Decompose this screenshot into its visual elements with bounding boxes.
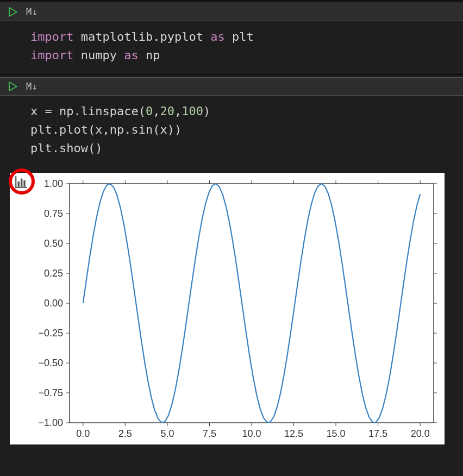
plot-output: −1.00−0.75−0.50−0.250.000.250.500.751.00… (10, 173, 445, 444)
svg-text:17.5: 17.5 (368, 428, 387, 439)
svg-text:−0.75: −0.75 (38, 387, 63, 398)
cell-toolbar: M↓ (0, 3, 463, 21)
svg-text:0.75: 0.75 (44, 208, 63, 219)
svg-text:1.00: 1.00 (44, 178, 63, 189)
svg-text:−0.50: −0.50 (38, 358, 63, 368)
markdown-toggle[interactable]: M↓ (26, 7, 37, 17)
cell-output: −1.00−0.75−0.50−0.250.000.250.500.751.00… (0, 173, 463, 454)
svg-text:0.0: 0.0 (76, 428, 90, 439)
svg-text:2.5: 2.5 (118, 428, 132, 439)
svg-marker-0 (9, 8, 17, 16)
svg-text:0.00: 0.00 (44, 298, 63, 309)
code-editor[interactable]: x = np.linspace(0,20,100) plt.plot(x,np.… (0, 95, 463, 167)
svg-text:15.0: 15.0 (327, 428, 346, 439)
run-cell-button[interactable] (8, 81, 18, 92)
svg-text:5.0: 5.0 (160, 428, 174, 439)
code-editor[interactable]: import matplotlib.pyplot as plt import n… (0, 21, 463, 74)
svg-text:10.0: 10.0 (242, 428, 261, 439)
svg-text:−0.25: −0.25 (38, 328, 63, 339)
code-text: import matplotlib.pyplot as plt import n… (30, 28, 453, 65)
svg-text:7.5: 7.5 (203, 428, 216, 439)
markdown-toggle[interactable]: M↓ (26, 81, 37, 92)
run-cell-button[interactable] (8, 7, 18, 17)
svg-rect-7 (70, 184, 434, 423)
svg-text:0.25: 0.25 (44, 268, 63, 279)
svg-text:−1.00: −1.00 (38, 417, 63, 428)
code-cell: M↓ x = np.linspace(0,20,100) plt.plot(x,… (0, 74, 463, 454)
svg-text:12.5: 12.5 (284, 428, 303, 439)
sine-plot: −1.00−0.75−0.50−0.250.000.250.500.751.00… (10, 173, 445, 444)
svg-text:0.50: 0.50 (44, 238, 63, 249)
svg-marker-1 (9, 82, 17, 91)
svg-text:20.0: 20.0 (411, 428, 430, 439)
cell-toolbar: M↓ (0, 77, 463, 95)
code-text: x = np.linspace(0,20,100) plt.plot(x,np.… (30, 102, 453, 158)
code-cell: M↓ import matplotlib.pyplot as plt impor… (0, 0, 463, 74)
